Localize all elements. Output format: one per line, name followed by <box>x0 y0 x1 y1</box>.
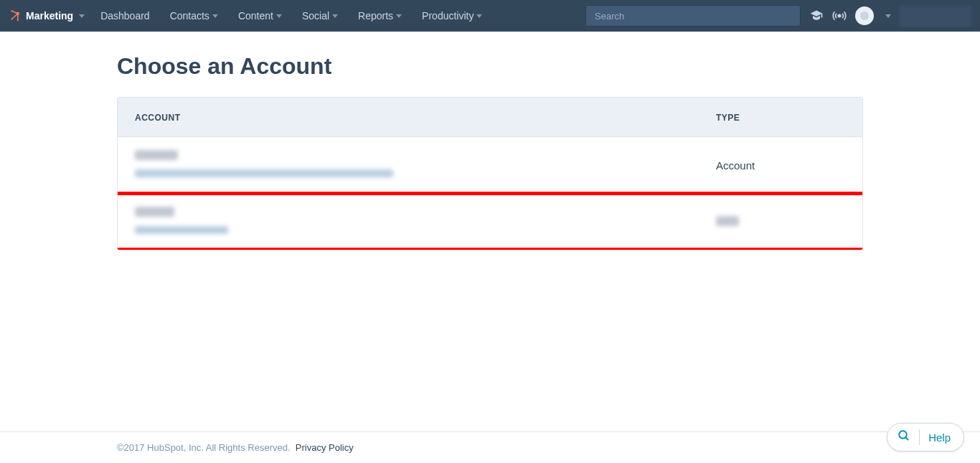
caret-down-icon <box>212 14 218 18</box>
search-input[interactable] <box>585 5 801 27</box>
page-content: Choose an Account ACCOUNT TYPE Account <box>117 32 863 251</box>
account-table: ACCOUNT TYPE Account <box>117 97 863 251</box>
type-redacted <box>716 216 739 226</box>
broadcast-icon[interactable] <box>832 9 847 23</box>
table-row-highlighted[interactable] <box>117 193 863 250</box>
type-value <box>716 216 845 228</box>
nav-item-label: Reports <box>358 10 393 22</box>
account-sub-redacted <box>135 226 228 234</box>
top-nav: Marketing Dashboard Contacts Content Soc… <box>0 0 980 32</box>
svg-point-8 <box>899 431 907 439</box>
header-type: TYPE <box>716 113 740 123</box>
search-icon <box>897 429 910 445</box>
caret-down-icon <box>276 14 282 18</box>
academy-icon[interactable] <box>809 9 824 23</box>
table-row[interactable]: Account <box>118 136 862 193</box>
svg-line-2 <box>12 14 18 19</box>
page-title: Choose an Account <box>117 53 863 80</box>
nav-item-label: Content <box>238 10 273 22</box>
nav-item-dashboard[interactable]: Dashboard <box>90 0 160 32</box>
account-info <box>135 207 716 237</box>
nav-item-label: Contacts <box>170 10 209 22</box>
brand-label: Marketing <box>26 10 73 22</box>
nav-items: Dashboard Contacts Content Social Report… <box>90 0 492 32</box>
nav-item-label: Dashboard <box>100 10 150 22</box>
table-header: ACCOUNT TYPE <box>118 98 862 136</box>
svg-line-9 <box>905 437 908 440</box>
account-info-redacted <box>900 5 971 27</box>
account-info <box>135 150 716 180</box>
caret-down-icon <box>79 14 85 18</box>
help-button[interactable]: Help <box>887 423 964 452</box>
account-sub-redacted <box>135 169 393 177</box>
account-name-redacted <box>135 207 174 217</box>
caret-down-icon <box>396 14 402 18</box>
nav-item-label: Productivity <box>422 10 473 22</box>
footer: ©2017 HubSpot, Inc. All Rights Reserved.… <box>0 431 980 463</box>
svg-point-5 <box>11 18 12 19</box>
svg-point-6 <box>17 19 19 21</box>
svg-point-4 <box>11 10 12 11</box>
header-account: ACCOUNT <box>135 113 181 123</box>
type-value: Account <box>716 159 845 172</box>
copyright: ©2017 HubSpot, Inc. All Rights Reserved. <box>117 442 291 453</box>
nav-item-label: Social <box>302 10 329 22</box>
caret-down-icon <box>476 14 482 18</box>
nav-item-productivity[interactable]: Productivity <box>412 0 492 32</box>
account-name-redacted <box>135 150 178 160</box>
nav-right <box>585 5 971 27</box>
nav-item-reports[interactable]: Reports <box>348 0 412 32</box>
privacy-link[interactable]: Privacy Policy <box>296 442 354 453</box>
avatar[interactable] <box>855 6 874 25</box>
nav-item-content[interactable]: Content <box>228 0 292 32</box>
nav-item-social[interactable]: Social <box>292 0 348 32</box>
divider <box>919 429 920 445</box>
avatar-placeholder-icon <box>860 11 869 20</box>
caret-down-icon <box>332 14 338 18</box>
hubspot-logo-icon <box>9 9 22 22</box>
brand-section[interactable]: Marketing <box>9 9 85 22</box>
svg-point-7 <box>838 14 840 17</box>
caret-down-icon <box>885 14 891 18</box>
help-label: Help <box>928 431 951 444</box>
nav-item-contacts[interactable]: Contacts <box>160 0 228 32</box>
